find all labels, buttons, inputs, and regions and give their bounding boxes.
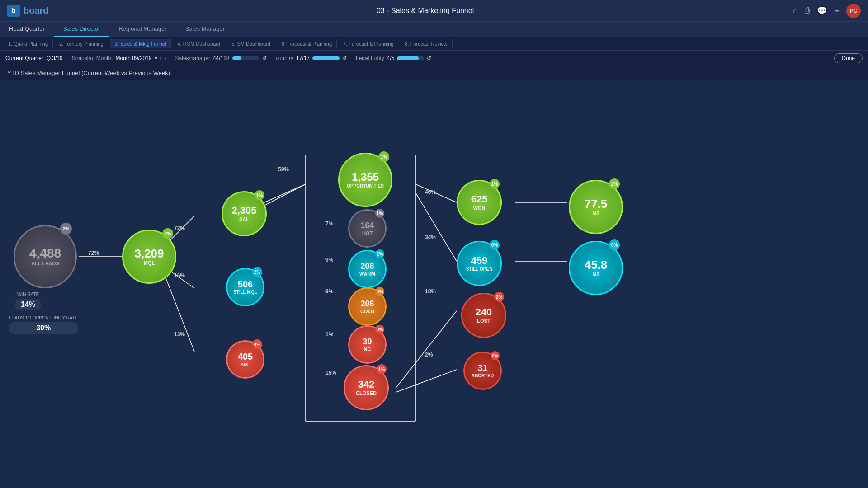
aborted-label: ABORTED [472,373,494,378]
all-leads-node[interactable]: 2% 4,488 ALL LEADS [14,225,77,288]
opp-pct-label: 59% [278,166,289,173]
prev-arrow-icon[interactable]: ‹ [160,55,162,61]
warm-badge: 2% [375,249,384,258]
tab-regional-manager[interactable]: Regional Manager [109,22,176,37]
logo: b board [7,5,49,17]
svg-line-7 [416,184,457,202]
all-leads-label: ALL LEADS [31,261,59,266]
opportunities-label: Opportunities [347,183,384,188]
closed-badge: 1% [377,364,387,374]
still-open-ms-label: M$ [592,272,599,277]
mql-node[interactable]: 2% 3,209 MQL [122,230,176,284]
sub-tab-8[interactable]: 8. Forecast Review [400,39,452,48]
country-filter[interactable]: country 17/17 ↺ [276,55,347,61]
page-title: 03 - Sales & Marketing Funnel [58,7,793,15]
won-label: WON [473,205,486,211]
nav-tabs: Head Quarter Sales Director Regional Man… [0,22,868,37]
lost-node[interactable]: 2% 240 LOST [461,293,506,338]
sub-tab-1[interactable]: 1. Quota Planning [4,39,53,48]
win-rate-label: WIN RATE [15,292,41,297]
menu-icon[interactable]: ≡ [834,6,839,15]
mql-value: 3,209 [134,248,164,259]
leads-opp-value: 30% [9,322,78,334]
still-open-ms-value: 45.8 [585,259,608,271]
sub-tab-5[interactable]: 5. SM Dashboard [227,39,275,48]
aborted-badge: 0% [491,351,500,360]
sub-tab-3[interactable]: 3. Sales & Mktg Funnel [110,39,171,48]
hot-node[interactable]: 1% 164 HOT [348,209,387,248]
still-mql-badge: 2% [252,267,262,277]
still-open-node[interactable]: 0% 459 STILL OPEN [457,241,502,286]
aborted-node[interactable]: 0% 31 ABORTED [463,352,502,390]
salesmanager-progress [232,56,259,60]
user-avatar[interactable]: PC [846,4,861,18]
nc-node[interactable]: 0% 30 NC [348,325,387,364]
srl-value: 405 [238,352,253,361]
snapshot-filter[interactable]: Snapshot Month: Month 09/2019 ▾ ‹ › [72,55,166,61]
hot-badge: 1% [375,209,384,218]
snapshot-value: Month 09/2019 [115,55,151,61]
aborted-pct-label: 2% [425,352,433,358]
sal-badge: 1% [255,190,264,200]
logo-b-icon: b [7,5,20,17]
sal-value: 2,305 [231,206,256,216]
sal-node[interactable]: 1% 2,305 SAL [222,191,267,236]
mql-pct-label: 72% [88,250,99,256]
closed-node[interactable]: 1% 342 CLOSED [344,365,389,410]
opportunities-node[interactable]: 1% 1,355 Opportunities [338,153,392,207]
legal-entity-label: Legal Entity [356,55,384,61]
srl-label: SRL [241,362,250,367]
sub-tab-4[interactable]: 4. RGM Dashboard [173,39,225,48]
still-mql-pct-label: 16% [174,272,185,279]
legal-entity-filter[interactable]: Legal Entity 4/5 ↺ [356,55,431,61]
country-progress [312,56,340,60]
tab-sales-manager[interactable]: Sales Manager [176,22,234,37]
salesmanager-value: 44/128 [213,55,230,61]
closed-label: CLOSED [356,390,377,396]
cold-label: Cold [360,309,374,314]
salesmanager-filter[interactable]: Salesmanager 44/128 ↺ [175,55,267,61]
hot-value: 164 [360,221,374,230]
warm-label: Warm [359,271,375,277]
home-icon[interactable]: ⌂ [793,6,798,15]
won-ms-label: M$ [592,211,599,216]
chat-icon[interactable]: 💬 [817,6,827,16]
legal-entity-refresh-icon[interactable]: ↺ [427,55,431,61]
svg-line-9 [396,311,457,388]
won-ms-node[interactable]: 2% 77.5 M$ [569,180,623,234]
sub-tab-6[interactable]: 6. Forecast & Planning [277,39,337,48]
cold-badge: 0% [375,287,384,296]
next-arrow-icon[interactable]: › [165,55,166,61]
sub-tab-2[interactable]: 2. Territory Planning [55,39,108,48]
tab-sales-director[interactable]: Sales Director [54,22,110,37]
srl-node[interactable]: 4% 405 SRL [226,340,264,379]
warm-pct-label: 9% [326,257,333,263]
salesmanager-refresh-icon[interactable]: ↺ [262,55,267,61]
leads-opp-box: LEADS TO OPPORTUNITY RATE 30% [9,315,78,334]
sub-nav: 1. Quota Planning 2. Territory Planning … [0,37,868,51]
aborted-value: 31 [477,363,487,372]
won-value: 625 [471,194,488,204]
legal-entity-value: 4/5 [387,55,395,61]
filter-bar: Current Quarter: Q.3/19 Snapshot Month: … [0,51,868,66]
cold-node[interactable]: 0% 206 Cold [348,287,387,326]
still-open-badge: 0% [490,240,500,250]
warm-node[interactable]: 2% 208 Warm [348,250,387,288]
mql-badge: 2% [162,228,173,239]
current-quarter-filter: Current Quarter: Q.3/19 [5,55,63,61]
nc-pct-label: 1% [326,331,333,338]
tab-hq[interactable]: Head Quarter [0,22,54,37]
country-refresh-icon[interactable]: ↺ [342,55,347,61]
still-mql-node[interactable]: 2% 506 Still MQL [226,268,264,306]
won-badge: 1% [490,179,500,189]
sub-tab-7[interactable]: 7. Forecast & Planning [339,39,398,48]
opportunities-value: 1,355 [352,172,379,183]
chart-title: YTD Sales Manager Funnel (Current Week v… [0,66,868,80]
still-open-ms-node[interactable]: 0% 45.8 M$ [569,241,623,295]
print-icon[interactable]: ⎙ [805,6,810,15]
done-button[interactable]: Done [834,53,863,63]
sal-label: SAL [239,216,249,222]
won-node[interactable]: 1% 625 WON [457,180,502,225]
sal-pct-label: 72% [174,225,185,231]
opportunities-badge: 1% [378,151,389,162]
